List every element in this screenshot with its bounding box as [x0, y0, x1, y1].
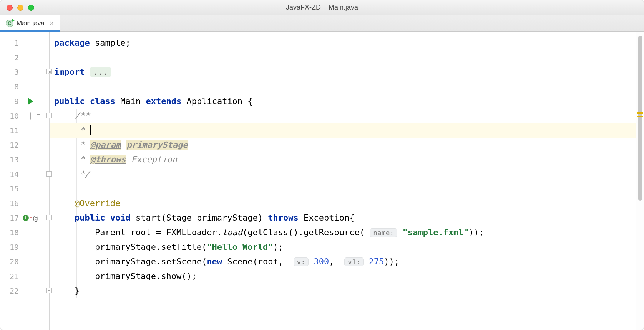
line-number[interactable]: 19 [0, 240, 19, 254]
code-line[interactable]: package sample; [50, 36, 636, 50]
run-icon [28, 98, 33, 105]
warning-marker[interactable] [637, 112, 643, 114]
editor[interactable]: 1 2 3 8 9 10 11 12 13 14 15 16 17 18 19 … [0, 32, 644, 330]
window-title: JavaFX-ZD – Main.java [0, 3, 644, 12]
line-number[interactable]: 22 [0, 284, 19, 298]
fold-collapse-icon[interactable]: − [46, 215, 52, 220]
warning-marker[interactable] [637, 116, 643, 117]
fold-expand-icon[interactable]: ⊞ [46, 69, 52, 74]
scrollbar-thumb[interactable] [638, 36, 642, 201]
fold-guide [49, 118, 49, 171]
line-number[interactable]: 8 [0, 79, 19, 94]
code-line[interactable]: import ... [50, 65, 636, 79]
fold-collapse-icon[interactable]: − [46, 288, 52, 293]
gutter-divider [22, 32, 22, 330]
folded-region[interactable]: ... [90, 67, 111, 77]
code-line[interactable]: */ [50, 167, 636, 182]
up-arrow-icon: ↑ [30, 215, 32, 221]
render-doc-marker[interactable]: ⎸≡ [23, 109, 50, 123]
line-number[interactable]: 10 [0, 109, 19, 123]
line-number[interactable]: 13 [0, 152, 19, 167]
line-number[interactable]: 14 [0, 167, 19, 182]
code-line[interactable]: * @throws Exception [50, 152, 636, 167]
code-line[interactable]: public void start(Stage primaryStage) th… [50, 211, 636, 225]
class-file-icon: C [6, 20, 13, 27]
class-file-icon-letter: C [8, 20, 11, 26]
code-line[interactable]: * @param primaryStage [50, 138, 636, 152]
gutter[interactable]: 1 2 3 8 9 10 11 12 13 14 15 16 17 18 19 … [0, 32, 50, 330]
error-stripe[interactable] [636, 32, 644, 330]
tab-label: Main.java [17, 20, 45, 27]
line-number[interactable]: 17 [0, 211, 19, 225]
inlay-hint[interactable]: v: [294, 257, 309, 266]
line-number[interactable]: 12 [0, 138, 19, 152]
line-number[interactable]: 16 [0, 196, 19, 211]
traffic-lights [0, 5, 34, 11]
inlay-hint[interactable]: name: [370, 228, 397, 237]
line-number[interactable]: 20 [0, 254, 19, 269]
minimize-window-button[interactable] [17, 5, 23, 11]
tab-main-java[interactable]: C Main.java × [0, 15, 60, 31]
close-tab-button[interactable]: × [50, 20, 53, 27]
run-line-marker[interactable] [23, 94, 50, 109]
render-doc-icon: ⎸≡ [30, 112, 41, 120]
title-bar: JavaFX-ZD – Main.java [0, 0, 644, 15]
code-line[interactable]: Parent root = FXMLLoader.load(getClass()… [50, 225, 636, 240]
fold-guide [49, 220, 49, 288]
code-area[interactable]: package sample; import ... public class … [50, 32, 636, 330]
line-number[interactable]: 11 [0, 123, 19, 138]
line-number[interactable]: 9 [0, 94, 19, 109]
close-window-button[interactable] [7, 5, 13, 11]
text-cursor [90, 125, 91, 135]
at-glyph-icon: @ [33, 213, 38, 223]
code-line[interactable]: primaryStage.show(); [50, 269, 636, 284]
code-line[interactable]: @Override [50, 196, 636, 211]
code-line[interactable]: /** [50, 109, 636, 123]
inlay-hint[interactable]: v1: [344, 257, 364, 266]
override-icon: I [23, 215, 29, 221]
line-number[interactable]: 15 [0, 182, 19, 196]
line-number[interactable]: 2 [0, 50, 19, 65]
code-line[interactable]: } [50, 284, 636, 298]
line-number[interactable]: 18 [0, 225, 19, 240]
line-number[interactable]: 1 [0, 36, 19, 50]
code-line[interactable]: public class Main extends Application { [50, 94, 636, 109]
line-number[interactable]: 3 [0, 65, 19, 79]
code-line-current[interactable]: * [50, 123, 636, 138]
override-marker[interactable]: I ↑ @ [23, 211, 50, 225]
code-line[interactable]: primaryStage.setScene(new Scene(root, v:… [50, 254, 636, 269]
code-line[interactable] [50, 182, 636, 196]
maximize-window-button[interactable] [28, 5, 34, 11]
tab-bar: C Main.java × [0, 15, 644, 32]
fold-collapse-icon[interactable]: − [46, 113, 52, 118]
code-line[interactable]: primaryStage.setTitle("Hello World"); [50, 240, 636, 254]
code-line[interactable] [50, 50, 636, 65]
runnable-badge-icon [12, 18, 15, 22]
code-line[interactable] [50, 79, 636, 94]
line-number[interactable]: 21 [0, 269, 19, 284]
fold-collapse-icon[interactable]: − [46, 171, 52, 177]
